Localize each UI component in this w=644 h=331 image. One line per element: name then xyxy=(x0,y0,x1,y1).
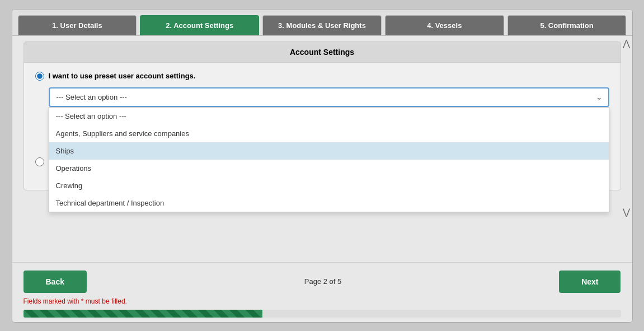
back-button[interactable]: Back xyxy=(23,271,87,293)
section-panel: Account Settings I want to use preset us… xyxy=(23,41,621,190)
tab-vessels[interactable]: 4. Vessels xyxy=(385,15,504,35)
preset-radio[interactable] xyxy=(35,72,44,81)
dropdown-list-item-0[interactable]: --- Select an option --- xyxy=(49,108,609,125)
progress-bar-fill xyxy=(23,310,262,318)
scroll-up-icon[interactable]: ⋀ xyxy=(623,38,630,49)
dropdown-container: --- Select an option --- Agents, Supplie… xyxy=(49,87,609,107)
dropdown-open-list: --- Select an option --- Agents, Supplie… xyxy=(49,107,609,212)
required-message: Fields marked with * must be filled. xyxy=(23,297,621,305)
next-button[interactable]: Next xyxy=(559,271,621,293)
radio-row-preset: I want to use preset user account settin… xyxy=(35,72,609,81)
dropdown-list-item-1[interactable]: Agents, Suppliers and service companies xyxy=(49,125,609,142)
dropdown-list-item-2[interactable]: Ships xyxy=(49,142,609,160)
footer-buttons: Back Page 2 of 5 Next xyxy=(23,271,621,293)
content-area: ⋀ Account Settings I want to use preset … xyxy=(12,36,632,262)
dropdown-list-item-4[interactable]: Crewing xyxy=(49,177,609,194)
tab-modules-user-rights[interactable]: 3. Modules & User Rights xyxy=(262,15,382,35)
tabs-bar: 1. User Details 2. Account Settings 3. M… xyxy=(12,10,632,36)
page-indicator: Page 2 of 5 xyxy=(304,277,342,286)
dropdown-list-item-3[interactable]: Operations xyxy=(49,160,609,177)
footer: Back Page 2 of 5 Next Fields marked with… xyxy=(12,262,632,322)
progress-bar-container xyxy=(23,310,621,318)
section-body: I want to use preset user account settin… xyxy=(24,63,621,190)
main-container: 1. User Details 2. Account Settings 3. M… xyxy=(12,9,633,323)
dropdown-list-item-5[interactable]: Technical department / Inspection xyxy=(49,194,609,212)
preset-radio-label: I want to use preset user account settin… xyxy=(49,72,196,80)
preset-dropdown[interactable]: --- Select an option --- Agents, Supplie… xyxy=(49,87,609,107)
custom-radio[interactable] xyxy=(35,157,44,166)
tab-account-settings[interactable]: 2. Account Settings xyxy=(140,15,259,35)
tab-confirmation[interactable]: 5. Confirmation xyxy=(507,15,627,35)
tab-user-details[interactable]: 1. User Details xyxy=(18,15,137,35)
scroll-down-icon[interactable]: ⋁ xyxy=(623,207,630,217)
section-title: Account Settings xyxy=(24,42,621,63)
